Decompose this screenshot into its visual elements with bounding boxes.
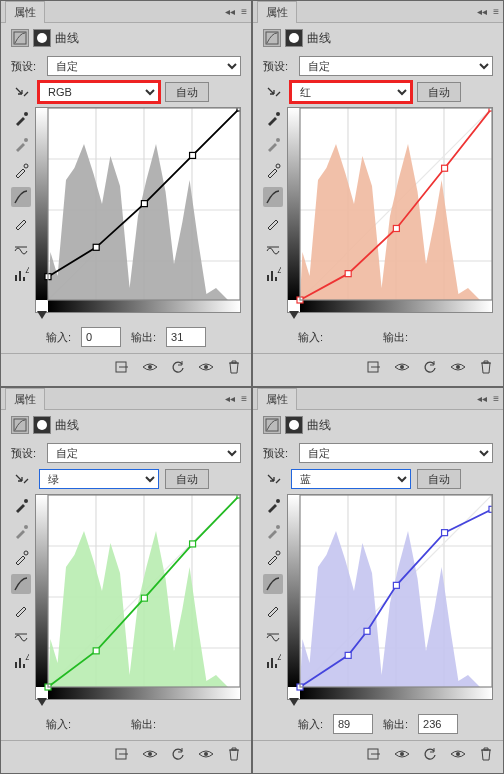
clip-icon[interactable] (113, 358, 131, 376)
toggle-visibility-icon[interactable] (449, 745, 467, 763)
visibility-icon[interactable] (393, 745, 411, 763)
io-row: 输入: 输出: (253, 323, 503, 353)
output-field[interactable] (166, 327, 206, 347)
eyedropper-gray-icon[interactable] (263, 522, 283, 542)
reset-icon[interactable] (421, 745, 439, 763)
clip-icon[interactable] (365, 745, 383, 763)
finger-icon[interactable] (263, 471, 285, 487)
input-field[interactable] (333, 714, 373, 734)
curve-point-tool-icon[interactable] (11, 187, 31, 207)
channel-select[interactable]: 红 (291, 82, 411, 102)
clip-icon[interactable] (113, 745, 131, 763)
collapse-icon[interactable]: ◂◂ (477, 6, 487, 17)
curve-graph[interactable] (287, 107, 493, 319)
finger-icon[interactable] (11, 84, 33, 100)
svg-point-27 (276, 112, 280, 116)
black-point-slider[interactable] (289, 698, 299, 706)
preset-select[interactable]: 自定 (47, 443, 241, 463)
menu-icon[interactable]: ≡ (493, 393, 499, 404)
toggle-visibility-icon[interactable] (449, 358, 467, 376)
black-point-slider[interactable] (289, 311, 299, 319)
pencil-tool-icon[interactable] (11, 600, 31, 620)
visibility-icon[interactable] (393, 358, 411, 376)
curve-graph[interactable] (287, 494, 493, 706)
curve-point-tool-icon[interactable] (11, 574, 31, 594)
curve-point-tool-icon[interactable] (263, 187, 283, 207)
menu-icon[interactable]: ≡ (493, 6, 499, 17)
eyedropper-gray-icon[interactable] (11, 135, 31, 155)
preset-select[interactable]: 自定 (299, 443, 493, 463)
smooth-tool-icon[interactable] (11, 626, 31, 646)
svg-point-53 (24, 525, 28, 529)
visibility-icon[interactable] (141, 358, 159, 376)
finger-icon[interactable] (11, 471, 33, 487)
eyedropper-gray-icon[interactable] (11, 522, 31, 542)
eyedropper-white-icon[interactable] (263, 548, 283, 568)
properties-tab[interactable]: 属性 (257, 388, 297, 410)
output-label: 输出: (131, 717, 156, 732)
pencil-tool-icon[interactable] (11, 213, 31, 233)
pencil-tool-icon[interactable] (263, 213, 283, 233)
pencil-tool-icon[interactable] (263, 600, 283, 620)
eyedropper-black-icon[interactable] (11, 496, 31, 516)
io-row: 输入: 输出: (1, 323, 251, 353)
trash-icon[interactable] (477, 358, 495, 376)
svg-rect-32 (288, 108, 300, 300)
histogram-tool-icon[interactable]: ⚠ (263, 652, 283, 672)
eyedropper-white-icon[interactable] (11, 548, 31, 568)
trash-icon[interactable] (477, 745, 495, 763)
curves-adjust-icon (263, 416, 281, 434)
histogram-tool-icon[interactable]: ⚠ (11, 265, 31, 285)
visibility-icon[interactable] (141, 745, 159, 763)
preset-select[interactable]: 自定 (299, 56, 493, 76)
auto-button[interactable]: 自动 (417, 82, 461, 102)
eyedropper-gray-icon[interactable] (263, 135, 283, 155)
curve-graph[interactable] (35, 494, 241, 706)
auto-button[interactable]: 自动 (165, 82, 209, 102)
curve-graph[interactable] (35, 107, 241, 319)
input-field[interactable] (81, 327, 121, 347)
svg-point-49 (456, 365, 460, 369)
input-label: 输入: (46, 330, 71, 345)
output-field[interactable] (418, 714, 458, 734)
collapse-icon[interactable]: ◂◂ (477, 393, 487, 404)
eyedropper-white-icon[interactable] (11, 161, 31, 181)
auto-button[interactable]: 自动 (417, 469, 461, 489)
smooth-tool-icon[interactable] (263, 626, 283, 646)
trash-icon[interactable] (225, 745, 243, 763)
eyedropper-black-icon[interactable] (11, 109, 31, 129)
reset-icon[interactable] (169, 745, 187, 763)
channel-select[interactable]: 绿 (39, 469, 159, 489)
trash-icon[interactable] (225, 358, 243, 376)
properties-tab[interactable]: 属性 (257, 1, 297, 23)
channel-select[interactable]: 蓝 (291, 469, 411, 489)
smooth-tool-icon[interactable] (263, 239, 283, 259)
eyedropper-white-icon[interactable] (263, 161, 283, 181)
smooth-tool-icon[interactable] (11, 239, 31, 259)
curves-panel-rgb: 属性 ◂◂ ≡ 曲线 预设: 自定 RGB 自动 ⚠ 输入: 输出: (0, 0, 252, 387)
channel-select[interactable]: RGB (39, 82, 159, 102)
reset-icon[interactable] (169, 358, 187, 376)
curves-panel-green: 属性 ◂◂ ≡ 曲线 预设: 自定 绿 自动 ⚠ 输入: 输出: (0, 387, 252, 774)
menu-icon[interactable]: ≡ (241, 393, 247, 404)
properties-tab[interactable]: 属性 (5, 1, 45, 23)
menu-icon[interactable]: ≡ (241, 6, 247, 17)
svg-rect-6 (48, 300, 240, 312)
black-point-slider[interactable] (37, 311, 47, 319)
preset-select[interactable]: 自定 (47, 56, 241, 76)
finger-icon[interactable] (263, 84, 285, 100)
eyedropper-black-icon[interactable] (263, 109, 283, 129)
histogram-tool-icon[interactable]: ⚠ (263, 265, 283, 285)
black-point-slider[interactable] (37, 698, 47, 706)
collapse-icon[interactable]: ◂◂ (225, 6, 235, 17)
histogram-tool-icon[interactable]: ⚠ (11, 652, 31, 672)
toggle-visibility-icon[interactable] (197, 745, 215, 763)
collapse-icon[interactable]: ◂◂ (225, 393, 235, 404)
auto-button[interactable]: 自动 (165, 469, 209, 489)
clip-icon[interactable] (365, 358, 383, 376)
properties-tab[interactable]: 属性 (5, 388, 45, 410)
toggle-visibility-icon[interactable] (197, 358, 215, 376)
eyedropper-black-icon[interactable] (263, 496, 283, 516)
reset-icon[interactable] (421, 358, 439, 376)
curve-point-tool-icon[interactable] (263, 574, 283, 594)
